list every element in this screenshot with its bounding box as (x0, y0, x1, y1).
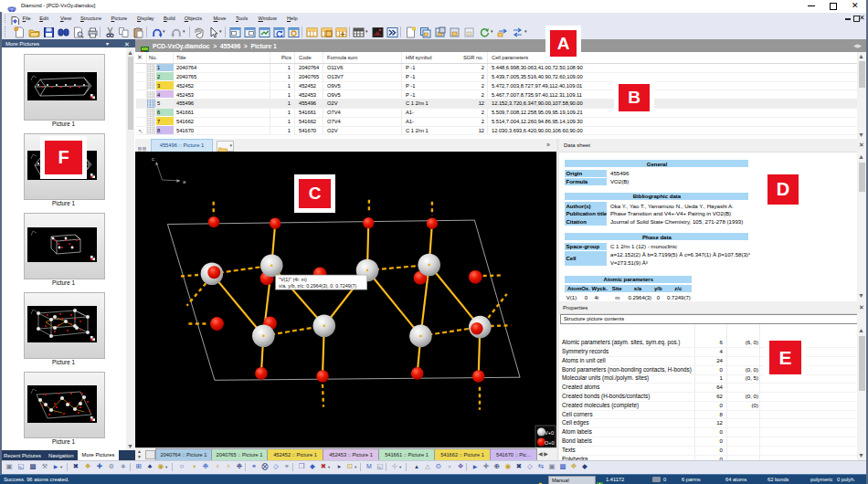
svg-text:c: c (152, 156, 154, 162)
svg-text:"V(1)" (4i: m): "V(1)" (4i: m) (279, 277, 307, 282)
svg-text:V+0: V+0 (545, 430, 554, 436)
svg-text:x/a, y/b, z/c: 0.2964(3), 0, 0: x/a, y/b, z/c: 0.2964(3), 0, 0.7249(7) (279, 283, 357, 289)
svg-text:a: a (183, 179, 186, 184)
svg-text:O+0: O+0 (545, 440, 555, 446)
